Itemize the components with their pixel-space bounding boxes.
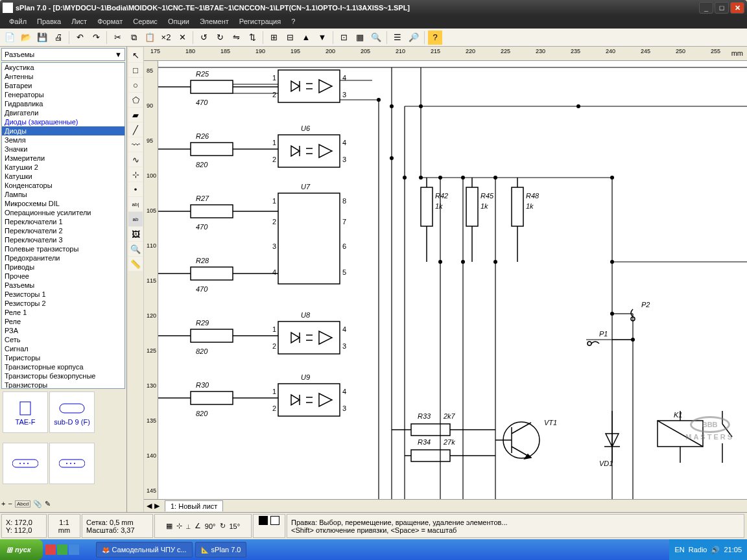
list-item[interactable]: Резисторы 1 <box>2 290 124 299</box>
node-tool-icon[interactable]: ⊹ <box>128 167 143 181</box>
ungroup-icon[interactable]: ⊟ <box>283 30 297 45</box>
preview-item[interactable]: TAE-F <box>3 391 48 433</box>
bezier-tool-icon[interactable]: ∿ <box>128 152 143 167</box>
list-item[interactable]: Приводы <box>2 262 124 272</box>
list-item[interactable]: Реле 1 <box>2 308 124 317</box>
rotr-icon[interactable]: ↻ <box>213 30 227 45</box>
measure-tool-icon[interactable]: 📏 <box>128 257 143 271</box>
list-item[interactable]: Прочее <box>2 272 124 281</box>
grid-toggle-icon[interactable]: ▦ <box>166 522 172 530</box>
clip-icon[interactable]: 📎 <box>33 500 42 508</box>
circle-tool-icon[interactable]: ○ <box>128 78 143 92</box>
list-item[interactable]: Сеть <box>2 335 124 344</box>
list-item[interactable]: Двигатели <box>2 108 124 117</box>
help-icon[interactable]: ? <box>428 30 442 45</box>
list-item[interactable]: РЗА <box>2 326 124 335</box>
list-item[interactable]: Переключатели 1 <box>2 217 124 226</box>
rect-tool-icon[interactable]: □ <box>128 63 143 77</box>
zoom-icon[interactable]: 🔎 <box>407 30 421 45</box>
list-item[interactable]: Гидравлика <box>2 99 124 108</box>
category-list[interactable]: АкустикаАнтенныБатареиГенераторыГидравли… <box>1 62 125 389</box>
group-icon[interactable]: ⊞ <box>267 30 281 45</box>
list-item[interactable]: Лампы <box>2 190 124 199</box>
category-combo[interactable]: Разъемы▼ <box>1 48 125 61</box>
new-icon[interactable]: 📄 <box>3 30 17 45</box>
copy-icon[interactable]: ⧉ <box>126 30 141 45</box>
list-item[interactable]: Земля <box>2 135 124 145</box>
rotl-icon[interactable]: ↺ <box>196 30 211 45</box>
schematic-canvas[interactable]: R25470R26820R27470R28470R29820R30820 1 2… <box>158 61 747 499</box>
list-item[interactable]: Транзисторы безкорпусные <box>2 371 124 380</box>
color1-icon[interactable] <box>259 516 268 525</box>
preview-item[interactable]: sub-D 9 (F) <box>49 391 95 433</box>
back-icon[interactable]: ▼ <box>315 30 329 45</box>
list-item[interactable]: Разъемы <box>2 281 124 290</box>
delete-icon[interactable]: ✕ <box>175 30 189 45</box>
close-button[interactable]: ✕ <box>730 2 744 14</box>
menu-item[interactable]: Правка <box>32 16 66 29</box>
list-icon[interactable]: ☰ <box>390 30 405 45</box>
color2-icon[interactable] <box>270 516 279 525</box>
list-item[interactable]: Диоды <box>2 126 124 135</box>
cut-icon[interactable]: ✂ <box>110 30 124 45</box>
save-icon[interactable]: 💾 <box>35 30 49 45</box>
dot-tool-icon[interactable]: • <box>128 182 143 196</box>
zoom-tool-icon[interactable]: 🔍 <box>128 242 143 256</box>
list-item[interactable]: Тиристоры <box>2 353 124 362</box>
snap-toggle-icon[interactable]: ⊹ <box>176 522 182 530</box>
line-tool-icon[interactable]: ╱ <box>128 122 143 137</box>
fill-tool-icon[interactable]: ▰ <box>128 108 143 122</box>
find-icon[interactable]: 🔍 <box>369 30 383 45</box>
menu-item[interactable]: Лист <box>66 16 92 29</box>
menu-item[interactable]: Регистрация <box>234 16 286 29</box>
list-item[interactable]: Антенны <box>2 72 124 81</box>
list-item[interactable]: Транзисторные корпуса <box>2 362 124 371</box>
list-item[interactable]: Микросхемы DIL <box>2 199 124 208</box>
list-item[interactable]: Генераторы <box>2 90 124 99</box>
image-tool-icon[interactable]: 🖼 <box>128 227 143 241</box>
system-tray[interactable]: EN Radio 🔊 21:05 <box>669 539 747 560</box>
minus-icon[interactable]: − <box>8 500 12 508</box>
volume-icon[interactable]: 🔊 <box>711 546 720 554</box>
task-item[interactable]: 📐 sPlan 7.0 <box>195 542 247 557</box>
plus-icon[interactable]: + <box>1 500 5 508</box>
list-item[interactable]: Переключатели 3 <box>2 235 124 244</box>
text-tool-icon[interactable]: ab <box>128 212 143 226</box>
list-item[interactable]: Транзисторы <box>2 380 124 389</box>
curve-tool-icon[interactable]: 〰 <box>128 137 143 152</box>
fliph-icon[interactable]: ⇋ <box>229 30 243 45</box>
paste-icon[interactable]: 📋 <box>143 30 157 45</box>
ortho-icon[interactable]: ⟂ <box>186 522 191 530</box>
list-item[interactable]: Диоды (закрашенные) <box>2 117 124 126</box>
preview-item[interactable] <box>3 443 48 484</box>
redo-icon[interactable]: ↷ <box>89 30 103 45</box>
dup-icon[interactable]: ×2 <box>159 30 173 45</box>
list-item[interactable]: Катушки 2 <box>2 163 124 172</box>
list-item[interactable]: Значки <box>2 145 124 154</box>
list-item[interactable]: Измерители <box>2 154 124 163</box>
edit-icon[interactable]: ✎ <box>45 500 51 508</box>
list-item[interactable]: Переключатели 2 <box>2 226 124 235</box>
open-icon[interactable]: 📂 <box>19 30 33 45</box>
list-item[interactable]: Катушки <box>2 172 124 181</box>
menu-item[interactable]: Сервис <box>128 16 163 29</box>
list-item[interactable]: Сигнал <box>2 344 124 353</box>
list-item[interactable]: Полевые транзисторы <box>2 244 124 253</box>
print-icon[interactable]: 🖨 <box>51 30 65 45</box>
list-item[interactable]: Батареи <box>2 81 124 90</box>
grid-icon[interactable]: ▦ <box>353 30 367 45</box>
maximize-button[interactable]: □ <box>715 2 729 14</box>
preview-item[interactable] <box>49 443 95 484</box>
poly-tool-icon[interactable]: ⬠ <box>128 93 143 107</box>
snap-icon[interactable]: ⊡ <box>337 30 351 45</box>
list-item[interactable]: Реле <box>2 317 124 326</box>
list-item[interactable]: Резисторы 2 <box>2 299 124 308</box>
abcd-icon[interactable]: Abcd <box>15 500 30 508</box>
menu-item[interactable]: ? <box>286 16 300 29</box>
list-item[interactable]: Предохранители <box>2 253 124 262</box>
menu-item[interactable]: Файл <box>4 16 32 29</box>
undo-icon[interactable]: ↶ <box>73 30 87 45</box>
textlabel-tool-icon[interactable]: ab| <box>128 197 143 211</box>
list-item[interactable]: Операционные усилители <box>2 208 124 217</box>
menu-item[interactable]: Формат <box>92 16 128 29</box>
